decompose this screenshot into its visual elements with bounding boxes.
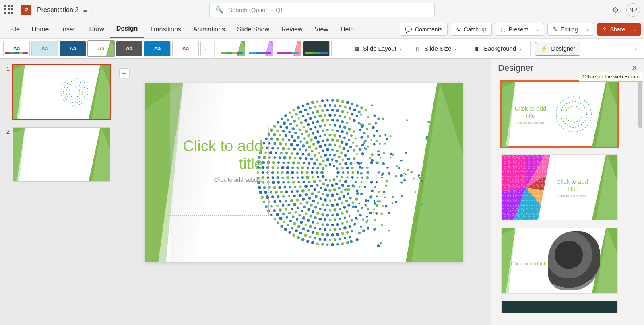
svg-point-452 [378,171,380,173]
tab-draw[interactable]: Draw [83,20,110,38]
svg-point-372 [331,119,334,121]
svg-point-99 [319,197,322,200]
svg-point-475 [316,232,319,235]
design-toolbar: Aa Aa Aa Aa Aa Aa Aa ⌵ ⌵ ▦Slide Layout⌵ … [0,39,644,59]
settings-icon[interactable]: ⚙ [612,5,619,15]
svg-point-283 [318,218,322,221]
svg-point-36 [344,180,347,183]
variant-thumb[interactable] [247,41,273,56]
svg-point-343 [307,219,310,222]
account-avatar[interactable]: NP [626,3,640,17]
svg-point-505 [297,117,300,120]
comments-button[interactable]: 💬Comments [400,23,448,36]
slide-layout-button[interactable]: ▦Slide Layout⌵ [349,42,407,56]
svg-point-274 [361,207,363,209]
themes-more-button[interactable]: ⌵ [200,41,210,56]
variant-thumb[interactable] [219,41,245,56]
variants-more-button[interactable]: ⌵ [331,41,341,56]
svg-point-325 [384,197,386,198]
title-dropdown-icon[interactable]: ⌵ [90,7,93,12]
tab-review[interactable]: Review [275,20,308,38]
svg-point-665 [346,101,349,104]
workspace: 1 2 ⇤ [0,59,644,325]
document-title[interactable]: Presentation 2 [37,6,78,14]
tab-insert[interactable]: Insert [55,20,83,38]
svg-point-78 [317,152,319,154]
theme-thumb[interactable]: Aa [116,41,142,56]
chevron-down-icon[interactable]: ⌵ [533,27,539,31]
slide-canvas[interactable]: Click to add title Click to add subtitle [145,83,463,262]
variant-thumb[interactable] [275,41,301,56]
search-input[interactable]: 🔍 Search (Option + Q) [209,3,435,17]
svg-point-410 [296,218,298,221]
slide-thumbnail-2[interactable] [13,127,110,182]
svg-point-232 [303,206,306,208]
svg-point-47 [311,167,314,169]
svg-point-675 [427,121,430,123]
svg-point-249 [307,134,310,137]
svg-point-445 [357,122,359,124]
theme-thumb[interactable]: Aa [60,41,86,56]
tab-design[interactable]: Design [110,20,144,38]
chevron-down-icon[interactable]: ⌵ [583,27,589,31]
svg-point-27 [318,163,321,166]
editing-mode-button[interactable]: ✎Editing⌵ [547,23,594,36]
designer-ideas-list[interactable]: Click to add titleClick to add subtitle … [491,77,644,325]
close-icon[interactable]: ✕ [632,64,638,72]
present-button[interactable]: ▢Present⌵ [495,23,544,36]
tab-view[interactable]: View [309,20,334,38]
theme-thumb-selected[interactable]: Aa [88,41,114,56]
background-button[interactable]: ◧Background⌵ [470,42,526,56]
svg-point-259 [354,137,356,139]
design-idea-3[interactable]: Click to add title [501,228,618,294]
title-placeholder[interactable]: Click to add title Click to add subtitle [164,126,269,216]
svg-point-360 [282,147,285,150]
tab-home[interactable]: Home [26,20,55,38]
tab-file[interactable]: File [3,20,26,38]
slide-thumbnail-1[interactable] [13,64,110,119]
svg-point-311 [329,124,331,126]
theme-thumb[interactable]: Aa [172,41,199,56]
designer-button[interactable]: ⚡Designer [535,42,580,56]
theme-thumb[interactable]: Aa [31,41,58,56]
scrollbar[interactable] [638,80,642,128]
chevron-down-icon[interactable]: ⌵ [630,27,636,31]
svg-point-306 [305,130,308,133]
design-idea-4[interactable] [501,301,618,313]
svg-point-193 [294,157,296,159]
svg-point-557 [273,209,276,212]
svg-point-218 [373,202,376,205]
svg-point-81 [331,148,333,151]
variant-thumb[interactable] [303,41,330,56]
saved-cloud-icon[interactable]: ☁ [82,6,88,14]
svg-point-35 [346,176,349,179]
svg-point-516 [351,113,353,116]
svg-point-657 [306,102,309,105]
slide-size-button[interactable]: ◫Slide Size⌵ [411,42,462,56]
svg-point-595 [375,122,377,124]
collapse-ribbon-icon[interactable]: ⌵ [634,46,637,51]
svg-point-15 [336,167,338,170]
svg-point-583 [314,106,316,108]
theme-thumb[interactable]: Aa [3,41,30,56]
tab-animations[interactable]: Animations [187,20,231,38]
svg-point-253 [326,129,328,131]
tab-slideshow[interactable]: Slide Show [231,20,275,38]
tab-transitions[interactable]: Transitions [144,20,187,38]
svg-point-241 [286,166,289,169]
svg-point-53 [333,154,336,156]
share-button[interactable]: ⇪Share⌵ [597,23,641,36]
svg-point-524 [384,134,386,136]
chevron-down-icon: ⌵ [400,46,402,51]
svg-point-459 [403,179,406,181]
svg-point-280 [334,218,336,221]
catchup-button[interactable]: ∿Catch up [451,23,492,36]
svg-point-662 [331,99,334,102]
design-idea-2[interactable]: Click to add titleClick to add subtitle [501,154,618,220]
svg-point-682 [566,106,582,123]
design-idea-1[interactable]: Click to add titleClick to add subtitle [501,81,618,147]
theme-thumb[interactable]: Aa [144,41,171,56]
app-launcher-icon[interactable] [4,5,14,15]
svg-point-465 [380,213,383,215]
tab-help[interactable]: Help [334,20,360,38]
